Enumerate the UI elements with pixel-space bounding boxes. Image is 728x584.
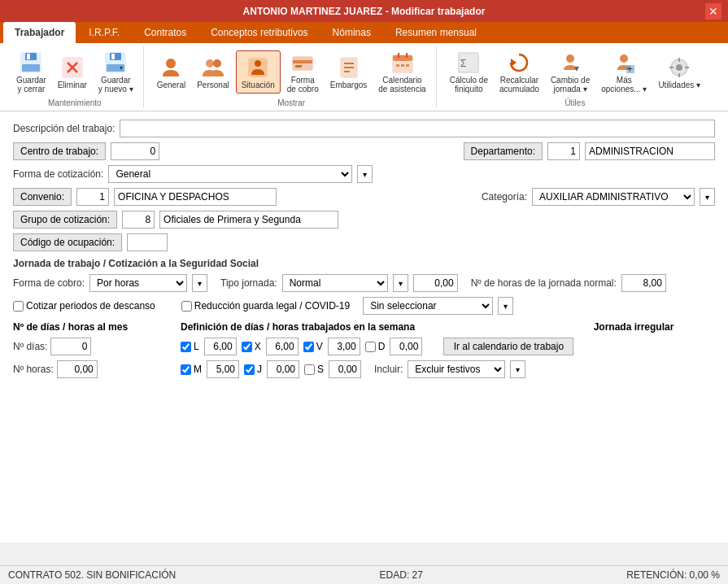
calculo-finiquito-button[interactable]: Σ Cálculo definiquito (445, 46, 493, 97)
forma-cotizacion-dropdown[interactable]: ▾ (357, 165, 373, 183)
calendario-button[interactable]: Calendariode asistencia (373, 46, 430, 97)
forma-cotizacion-select[interactable]: General (108, 165, 352, 183)
forma-cotizacion-label: Forma de cotización: (13, 168, 103, 180)
utilidades-button[interactable]: Utilidades ▾ (653, 51, 705, 93)
eliminar-label: Eliminar (58, 81, 87, 89)
tab-resumen[interactable]: Resumen mensual (384, 22, 488, 43)
day-J-input[interactable] (267, 360, 299, 378)
embargos-button[interactable]: Embargos (325, 51, 373, 93)
day-M-label[interactable]: M (181, 364, 202, 375)
num-horas-input[interactable] (57, 360, 98, 378)
departamento-button[interactable]: Departamento: (464, 142, 543, 160)
day-S-label[interactable]: S (304, 364, 324, 375)
departamento-num-input[interactable] (547, 142, 580, 160)
tipo-jornada-dropdown[interactable]: ▾ (393, 274, 408, 292)
guardar-nuevo-button[interactable]: Guardary nuevo ▾ (94, 46, 138, 97)
tab-nominas[interactable]: Nóminas (321, 22, 382, 43)
tab-trabajador[interactable]: Trabajador (3, 22, 76, 43)
situacion-button[interactable]: Situación (236, 50, 281, 94)
num-horas-row: Nº horas: M J S Incluir: (13, 360, 715, 378)
close-button[interactable]: ✕ (705, 3, 721, 20)
codigo-ocupacion-input[interactable] (127, 233, 168, 251)
day-L-input[interactable] (204, 338, 237, 355)
day-J-checkbox[interactable] (244, 364, 255, 375)
cotizar-periodos-checkbox[interactable] (13, 301, 24, 312)
toolbar-group-mantenimiento: Guardary cerrar Eliminar (7, 46, 144, 107)
incluir-select[interactable]: Excluir festivos (408, 360, 505, 378)
svg-text:▾: ▾ (574, 63, 579, 74)
cotizar-periodos-check-label[interactable]: Cotizar periodos de descanso (13, 300, 155, 312)
codigo-ocupacion-button[interactable]: Código de ocupación: (13, 233, 122, 251)
general-label: General (157, 81, 186, 89)
day-J-label[interactable]: J (244, 364, 262, 375)
personal-label: Personal (197, 81, 229, 89)
grupo-cotizacion-name-input[interactable] (159, 211, 338, 229)
horas-jornada-input[interactable] (413, 274, 458, 292)
embargos-label: Embargos (330, 81, 368, 89)
categoria-dropdown[interactable]: ▾ (700, 188, 715, 206)
incluir-label: Incluir: (374, 364, 403, 375)
convenio-name-input[interactable] (114, 188, 277, 206)
svg-marker-33 (511, 59, 517, 67)
forma-cobro-select[interactable]: Por horas (89, 274, 187, 292)
forma-cobro-label: Formade cobro (287, 76, 319, 94)
cambio-jornada-button[interactable]: ▾ Cambio dejornada ▾ (546, 46, 595, 97)
day-D-text: D (378, 341, 386, 352)
incluir-dropdown[interactable]: ▾ (510, 360, 525, 378)
personal-button[interactable]: Personal (192, 51, 233, 93)
horas-jornada-normal-input[interactable] (621, 274, 666, 292)
svg-point-40 (676, 64, 682, 71)
day-S-input[interactable] (329, 360, 361, 378)
convenio-button[interactable]: Convenio: (13, 188, 72, 206)
day-M-checkbox[interactable] (181, 364, 191, 375)
reduccion-guarda-checkbox[interactable] (181, 301, 192, 312)
grupo-cotizacion-num-input[interactable] (122, 211, 155, 229)
eliminar-button[interactable]: Eliminar (53, 51, 92, 93)
forma-cobro-button[interactable]: Formade cobro (282, 46, 324, 97)
save-new-icon (102, 50, 129, 76)
tab-contratos[interactable]: Contratos (133, 22, 198, 43)
tipo-jornada-select[interactable]: Normal (282, 274, 388, 292)
centro-trabajo-input[interactable] (111, 142, 159, 160)
general-button[interactable]: General (152, 51, 191, 93)
tab-conceptos[interactable]: Conceptos retributivos (199, 22, 319, 43)
ir-calendario-button[interactable]: Ir al calendario de trabajo (443, 338, 573, 355)
num-dias-input[interactable] (50, 338, 91, 355)
day-X-label[interactable]: X (242, 341, 261, 352)
mas-opciones-button[interactable]: + Másopciones... ▾ (596, 46, 652, 97)
day-V-input[interactable] (328, 338, 360, 355)
num-horas-label: Nº horas: (13, 364, 54, 375)
tab-irpf[interactable]: I.R.P.F. (77, 22, 131, 43)
centro-trabajo-button[interactable]: Centro de trabajo: (13, 142, 106, 160)
svg-rect-44 (685, 67, 689, 68)
categoria-select[interactable]: AUXILIAR ADMINISTRATIVO (532, 188, 695, 206)
day-X-input[interactable] (266, 338, 299, 355)
categoria-label: Categoría: (482, 191, 527, 203)
day-X-checkbox[interactable] (242, 342, 252, 352)
day-V-text: V (316, 341, 323, 352)
reduccion-guarda-check-label[interactable]: Reducción guarda legal / COVID-19 (181, 300, 350, 312)
cambio-jornada-label: Cambio dejornada ▾ (551, 76, 590, 94)
svg-point-13 (206, 59, 214, 68)
forma-cobro-jornada-dropdown[interactable]: ▾ (192, 274, 207, 292)
day-M-input[interactable] (207, 360, 239, 378)
day-D-label[interactable]: D (365, 341, 386, 352)
centro-departamento-row: Centro de trabajo: Departamento: (13, 142, 715, 160)
day-L-label[interactable]: L (181, 341, 199, 352)
day-V-label[interactable]: V (303, 341, 323, 352)
guardar-cerrar-button[interactable]: Guardary cerrar (11, 46, 51, 97)
departamento-name-input[interactable] (585, 142, 715, 160)
day-L-checkbox[interactable] (181, 342, 191, 352)
day-D-checkbox[interactable] (365, 342, 376, 352)
reduccion-select[interactable]: Sin seleccionar (363, 297, 493, 315)
grupo-cotizacion-row: Grupo de cotización: (13, 211, 715, 229)
descripcion-input[interactable] (120, 120, 715, 137)
day-S-checkbox[interactable] (304, 364, 315, 375)
reduccion-dropdown[interactable]: ▾ (498, 297, 513, 315)
grupo-cotizacion-button[interactable]: Grupo de cotización: (13, 211, 117, 229)
recalcular-button[interactable]: Recalcularacumulado (495, 46, 544, 97)
day-V-checkbox[interactable] (303, 342, 314, 352)
convenio-num-input[interactable] (76, 188, 109, 206)
day-D-input[interactable] (390, 338, 422, 355)
horas-jornada-normal-label: Nº de horas de la jornada normal: (471, 277, 617, 289)
